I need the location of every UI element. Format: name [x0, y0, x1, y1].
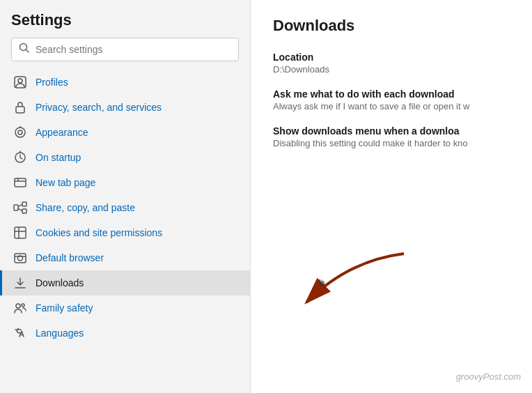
annotation-arrow — [292, 247, 432, 330]
browser-icon — [13, 251, 27, 265]
search-box[interactable] — [11, 38, 239, 61]
svg-rect-17 — [15, 227, 26, 238]
profile-icon — [13, 75, 27, 89]
share-icon — [13, 201, 27, 215]
sidebar-item-appearance[interactable]: Appearance — [0, 120, 250, 145]
sidebar-item-profiles[interactable]: Profiles — [0, 70, 250, 95]
sidebar-item-cookies-label: Cookies and site permissions — [36, 227, 162, 238]
startup-icon — [13, 151, 27, 164]
lock-icon — [13, 100, 27, 114]
setting-showmenu: Show downloads menu when a downloa Disab… — [273, 125, 510, 148]
sidebar-item-defaultbrowser-label: Default browser — [36, 252, 104, 263]
setting-ask: Ask me what to do with each download Alw… — [273, 88, 510, 111]
sidebar-item-languages[interactable]: Languages — [0, 321, 250, 346]
sidebar-item-privacy-label: Privacy, search, and services — [36, 102, 162, 113]
svg-point-3 — [18, 79, 22, 83]
setting-ask-desc: Always ask me if I want to save a file o… — [273, 101, 510, 111]
sidebar-item-familysafety-label: Family safety — [36, 302, 93, 314]
setting-ask-title: Ask me what to do with each download — [273, 88, 510, 100]
svg-rect-13 — [22, 202, 26, 206]
setting-location-desc: D:\Downloads — [273, 64, 510, 75]
sidebar-item-defaultbrowser[interactable]: Default browser — [0, 245, 250, 270]
svg-line-16 — [18, 208, 22, 211]
sidebar-item-familysafety[interactable]: Family safety — [0, 295, 250, 321]
setting-location-title: Location — [273, 52, 510, 63]
svg-point-6 — [18, 130, 22, 134]
svg-point-25 — [22, 304, 24, 307]
sidebar-item-privacy[interactable]: Privacy, search, and services — [0, 95, 250, 120]
search-icon — [19, 43, 30, 56]
svg-point-5 — [15, 128, 25, 137]
main-title: Downloads — [273, 17, 510, 35]
sidebar-item-newtab[interactable]: New tab page — [0, 170, 250, 195]
cookies-icon — [13, 226, 27, 240]
appearance-icon — [13, 125, 27, 139]
svg-rect-9 — [15, 178, 26, 187]
sidebar-item-startup-label: On startup — [36, 152, 81, 163]
sidebar: Settings Profiles — [0, 0, 251, 393]
svg-line-1 — [26, 50, 29, 53]
svg-line-15 — [18, 204, 22, 207]
svg-rect-14 — [22, 209, 26, 213]
sidebar-item-share[interactable]: Share, copy, and paste — [0, 195, 250, 220]
sidebar-title: Settings — [0, 11, 250, 38]
download-icon — [13, 276, 27, 290]
cursor: 🖱 — [317, 277, 327, 288]
watermark: groovyPost.com — [456, 371, 521, 382]
family-icon — [13, 301, 27, 315]
search-input[interactable] — [36, 44, 231, 55]
setting-location: Location D:\Downloads — [273, 52, 510, 75]
sidebar-item-newtab-label: New tab page — [36, 177, 95, 188]
sidebar-item-downloads-label: Downloads — [36, 277, 84, 288]
main-content: Downloads Location D:\Downloads Ask me w… — [251, 0, 532, 393]
languages-icon — [13, 326, 27, 340]
setting-showmenu-title: Show downloads menu when a downloa — [273, 125, 510, 137]
newtab-icon — [13, 176, 27, 190]
sidebar-item-languages-label: Languages — [36, 328, 84, 339]
sidebar-item-appearance-label: Appearance — [36, 127, 88, 138]
sidebar-item-startup[interactable]: On startup — [0, 145, 250, 170]
nav-list: Profiles Privacy, search, and services — [0, 70, 250, 393]
sidebar-item-cookies[interactable]: Cookies and site permissions — [0, 220, 250, 245]
svg-rect-20 — [15, 254, 26, 263]
sidebar-item-share-label: Share, copy, and paste — [36, 202, 135, 213]
sidebar-item-downloads[interactable]: Downloads — [0, 270, 250, 295]
svg-rect-12 — [14, 205, 18, 210]
setting-showmenu-desc: Disabling this setting could make it har… — [273, 138, 510, 148]
svg-rect-4 — [16, 107, 24, 113]
sidebar-item-profiles-label: Profiles — [36, 77, 68, 88]
svg-point-24 — [16, 304, 20, 308]
